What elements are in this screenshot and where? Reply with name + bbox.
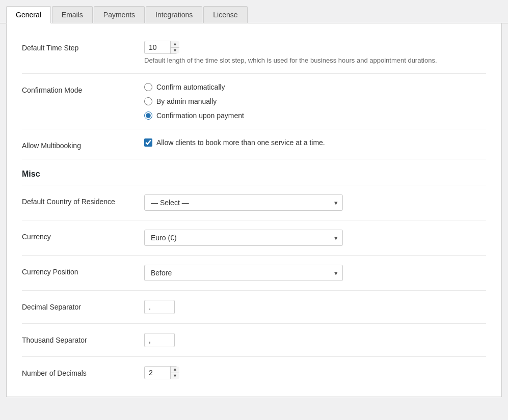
decimal-separator-control — [144, 300, 486, 314]
currency-select[interactable]: Euro (€) US Dollar ($) British Pound (£) — [144, 230, 343, 246]
confirmation-mode-control: Confirm automatically By admin manually … — [144, 83, 486, 120]
number-of-decimals-label: Number of Decimals — [22, 366, 144, 377]
tab-license[interactable]: License — [203, 6, 247, 23]
spinner-up-button[interactable]: ▲ — [170, 41, 179, 48]
time-step-spinner-wrapper: ▲ ▼ — [144, 41, 180, 54]
divider-6 — [22, 255, 486, 256]
radio-confirm-manual[interactable]: By admin manually — [144, 97, 486, 105]
divider-3 — [22, 159, 486, 159]
tab-general[interactable]: General — [6, 6, 51, 23]
decimal-separator-input[interactable] — [144, 300, 175, 314]
tab-integrations[interactable]: Integrations — [146, 6, 202, 23]
default-time-step-row: Default Time Step ▲ ▼ Default length of … — [22, 34, 486, 71]
default-country-select-wrapper: — Select — ▾ — [144, 194, 343, 211]
tab-emails[interactable]: Emails — [52, 6, 93, 23]
default-country-select[interactable]: — Select — — [144, 194, 343, 211]
page-wrapper: General Emails Payments Integrations Lic… — [0, 0, 508, 420]
decimals-spinner-up-button[interactable]: ▲ — [170, 367, 179, 373]
decimals-spinner-buttons: ▲ ▼ — [170, 367, 179, 379]
content-area: Default Time Step ▲ ▼ Default length of … — [6, 23, 502, 397]
radio-payment-label: Confirmation upon payment — [156, 111, 244, 120]
tab-payments[interactable]: Payments — [94, 6, 145, 23]
allow-multibooking-label: Allow Multibooking — [22, 138, 144, 150]
thousand-separator-input[interactable] — [144, 333, 175, 347]
spinner-down-button[interactable]: ▼ — [170, 48, 179, 54]
currency-position-control: Before After ▾ — [144, 265, 486, 281]
default-country-label: Default Country of Residence — [22, 194, 144, 206]
confirmation-mode-label: Confirmation Mode — [22, 83, 144, 94]
default-country-control: — Select — ▾ — [144, 194, 486, 211]
time-step-helper: Default length of the time slot step, wh… — [144, 57, 486, 64]
divider-1 — [22, 73, 486, 74]
tabs-bar: General Emails Payments Integrations Lic… — [0, 0, 508, 23]
multibooking-description: Allow clients to book more than one serv… — [156, 138, 325, 147]
currency-position-row: Currency Position Before After ▾ — [22, 258, 486, 288]
divider-5 — [22, 220, 486, 220]
radio-confirm-auto[interactable]: Confirm automatically — [144, 83, 486, 91]
radio-payment-input[interactable] — [144, 111, 152, 120]
currency-position-label: Currency Position — [22, 265, 144, 276]
decimals-spinner-wrapper: ▲ ▼ — [144, 366, 180, 379]
currency-position-select-wrapper: Before After ▾ — [144, 265, 343, 281]
number-of-decimals-control: ▲ ▼ — [144, 366, 486, 379]
currency-control: Euro (€) US Dollar ($) British Pound (£)… — [144, 230, 486, 246]
decimals-spinner-down-button[interactable]: ▼ — [170, 373, 179, 379]
radio-manual-input[interactable] — [144, 97, 152, 105]
confirmation-mode-row: Confirmation Mode Confirm automatically … — [22, 76, 486, 127]
thousand-separator-control — [144, 333, 486, 347]
spinner-buttons: ▲ ▼ — [170, 41, 179, 53]
radio-confirm-payment[interactable]: Confirmation upon payment — [144, 111, 486, 120]
decimal-separator-row: Decimal Separator — [22, 293, 486, 321]
confirmation-mode-radio-group: Confirm automatically By admin manually … — [144, 83, 486, 120]
currency-row: Currency Euro (€) US Dollar ($) British … — [22, 222, 486, 253]
allow-multibooking-control: Allow clients to book more than one serv… — [144, 138, 486, 147]
decimal-separator-label: Decimal Separator — [22, 300, 144, 311]
radio-manual-label: By admin manually — [156, 97, 217, 105]
thousand-separator-row: Thousand Separator — [22, 326, 486, 354]
thousand-separator-label: Thousand Separator — [22, 333, 144, 344]
radio-auto-label: Confirm automatically — [156, 83, 225, 91]
divider-4 — [22, 185, 486, 185]
multibooking-checkbox-label[interactable]: Allow clients to book more than one serv… — [144, 138, 486, 147]
currency-label: Currency — [22, 230, 144, 241]
divider-7 — [22, 290, 486, 291]
currency-select-wrapper: Euro (€) US Dollar ($) British Pound (£)… — [144, 230, 343, 246]
divider-2 — [22, 129, 486, 129]
number-of-decimals-row: Number of Decimals ▲ ▼ — [22, 359, 486, 386]
default-time-step-label: Default Time Step — [22, 41, 144, 52]
divider-9 — [22, 356, 486, 357]
radio-auto-input[interactable] — [144, 83, 152, 91]
currency-position-select[interactable]: Before After — [144, 265, 343, 281]
divider-8 — [22, 323, 486, 324]
multibooking-checkbox[interactable] — [144, 138, 152, 147]
default-time-step-control: ▲ ▼ Default length of the time slot step… — [144, 41, 486, 64]
misc-section-title: Misc — [22, 161, 486, 183]
allow-multibooking-row: Allow Multibooking Allow clients to book… — [22, 131, 486, 157]
default-country-row: Default Country of Residence — Select — … — [22, 187, 486, 218]
